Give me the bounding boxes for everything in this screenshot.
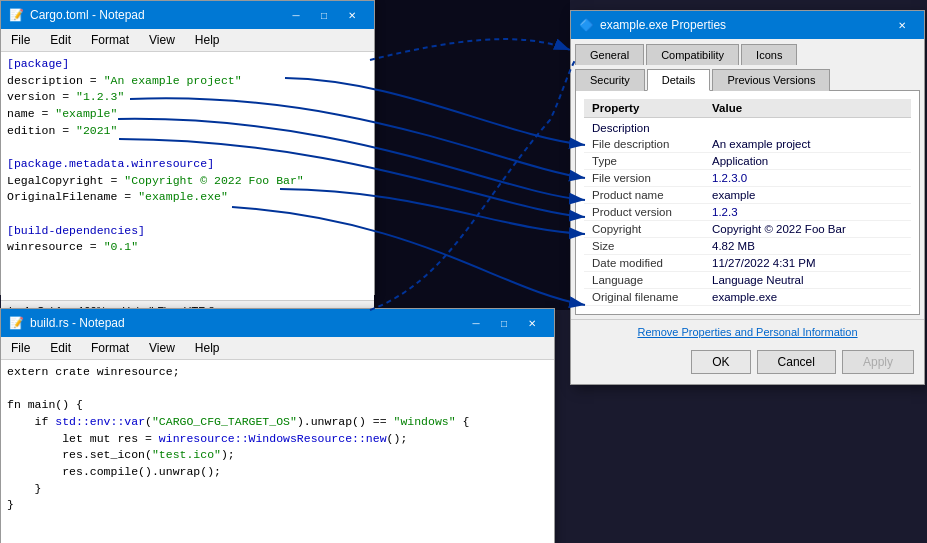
prop-value-file-description: An example project [704,136,911,153]
dialog-footer: Remove Properties and Personal Informati… [571,319,924,384]
col-property: Property [584,99,704,118]
buildrs-title: build.rs - Notepad [30,316,125,330]
prop-name-copyright: Copyright [584,221,704,238]
cancel-button[interactable]: Cancel [757,350,836,374]
tab-details[interactable]: Details [647,69,711,91]
buildrs-menu-view[interactable]: View [143,339,181,357]
tab-icons[interactable]: Icons [741,44,797,65]
cargo-titlebar: 📝 Cargo.toml - Notepad ─ □ ✕ [1,1,374,29]
prop-type[interactable]: Type Application [584,153,911,170]
section-description: Description [584,118,911,137]
properties-content: Property Value Description File descript… [575,90,920,315]
cargo-maximize-button[interactable]: □ [310,5,338,25]
prop-name-date-modified: Date modified [584,255,704,272]
properties-close-button[interactable]: ✕ [888,15,916,35]
cargo-menu-file[interactable]: File [5,31,36,49]
prop-value-original-filename: example.exe [704,289,911,306]
tab-row-1: General Compatibility Icons [571,39,924,64]
buildrs-minimize-button[interactable]: ─ [462,313,490,333]
prop-name-file-version: File version [584,170,704,187]
cargo-minimize-button[interactable]: ─ [282,5,310,25]
buildrs-content[interactable]: extern crate winresource; fn main() { if… [1,360,554,543]
prop-copyright[interactable]: Copyright Copyright © 2022 Foo Bar [584,221,911,238]
cargo-close-button[interactable]: ✕ [338,5,366,25]
prop-value-language: Language Neutral [704,272,911,289]
cargo-menu-edit[interactable]: Edit [44,31,77,49]
cargo-content[interactable]: [package] description = "An example proj… [1,52,374,300]
buildrs-titlebar: 📝 build.rs - Notepad ─ □ ✕ [1,309,554,337]
prop-value-product-version: 1.2.3 [704,204,911,221]
cargo-menu-format[interactable]: Format [85,31,135,49]
prop-size[interactable]: Size 4.82 MB [584,238,911,255]
prop-original-filename[interactable]: Original filename example.exe [584,289,911,306]
prop-name-file-description: File description [584,136,704,153]
buildrs-notepad-window: 📝 build.rs - Notepad ─ □ ✕ File Edit For… [0,308,555,543]
prop-name-product-name: Product name [584,187,704,204]
cargo-menubar: File Edit Format View Help [1,29,374,52]
prop-file-version[interactable]: File version 1.2.3.0 [584,170,911,187]
col-value: Value [704,99,911,118]
prop-value-date-modified: 11/27/2022 4:31 PM [704,255,911,272]
cargo-menu-view[interactable]: View [143,31,181,49]
buildrs-menu-help[interactable]: Help [189,339,226,357]
prop-name-size: Size [584,238,704,255]
prop-name-original-filename: Original filename [584,289,704,306]
dark-background [370,0,570,310]
cargo-icon: 📝 [9,8,24,22]
buildrs-close-button[interactable]: ✕ [518,313,546,333]
properties-dialog: 🔷 example.exe Properties ✕ General Compa… [570,10,925,385]
prop-name-language: Language [584,272,704,289]
cargo-notepad-window: 📝 Cargo.toml - Notepad ─ □ ✕ File Edit F… [0,0,375,295]
prop-language[interactable]: Language Language Neutral [584,272,911,289]
buildrs-menu-format[interactable]: Format [85,339,135,357]
buildrs-menubar: File Edit Format View Help [1,337,554,360]
prop-product-version[interactable]: Product version 1.2.3 [584,204,911,221]
prop-file-description[interactable]: File description An example project [584,136,911,153]
tab-compatibility[interactable]: Compatibility [646,44,739,65]
tab-previous-versions[interactable]: Previous Versions [712,69,830,91]
dialog-buttons: OK Cancel Apply [577,346,918,378]
remove-properties-link[interactable]: Remove Properties and Personal Informati… [577,326,918,338]
properties-tabs: General Compatibility Icons Security Det… [571,39,924,90]
tab-security[interactable]: Security [575,69,645,91]
prop-name-type: Type [584,153,704,170]
properties-titlebar: 🔷 example.exe Properties ✕ [571,11,924,39]
properties-title: example.exe Properties [600,18,726,32]
prop-value-copyright: Copyright © 2022 Foo Bar [704,221,911,238]
buildrs-menu-file[interactable]: File [5,339,36,357]
prop-value-size: 4.82 MB [704,238,911,255]
prop-name-product-version: Product version [584,204,704,221]
buildrs-menu-edit[interactable]: Edit [44,339,77,357]
prop-value-product-name: example [704,187,911,204]
ok-button[interactable]: OK [691,350,750,374]
tab-row-2: Security Details Previous Versions [571,64,924,90]
properties-icon: 🔷 [579,18,594,32]
buildrs-icon: 📝 [9,316,24,330]
prop-value-file-version: 1.2.3.0 [704,170,911,187]
cargo-menu-help[interactable]: Help [189,31,226,49]
apply-button[interactable]: Apply [842,350,914,374]
properties-table: Property Value Description File descript… [584,99,911,306]
prop-date-modified[interactable]: Date modified 11/27/2022 4:31 PM [584,255,911,272]
prop-product-name[interactable]: Product name example [584,187,911,204]
prop-value-type: Application [704,153,911,170]
cargo-title: Cargo.toml - Notepad [30,8,145,22]
buildrs-maximize-button[interactable]: □ [490,313,518,333]
tab-general[interactable]: General [575,44,644,65]
